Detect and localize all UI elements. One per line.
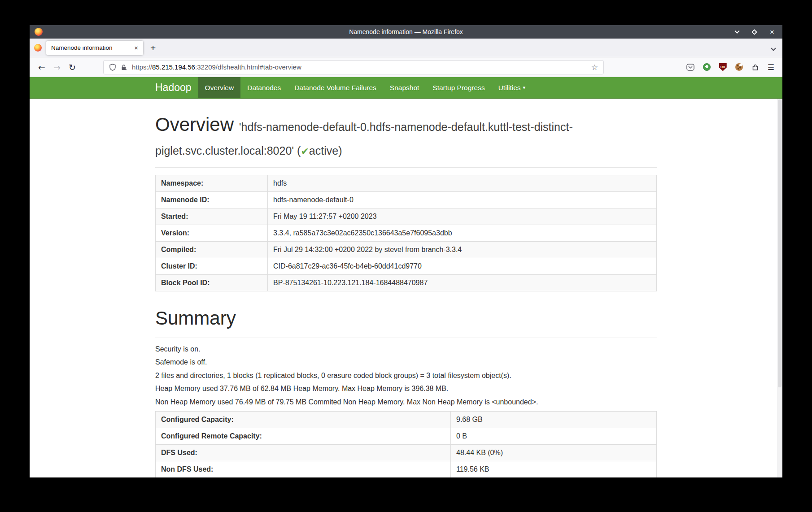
caret-down-icon: ▾ (523, 85, 526, 91)
url-bar[interactable]: https://85.215.194.56:32209/dfshealth.ht… (103, 60, 604, 74)
summary-line: Security is on. (155, 345, 657, 353)
ublock-origin-icon[interactable]: UO (719, 63, 727, 71)
divider (155, 338, 657, 338)
hadoop-navbar: Hadoop Overview Datanodes Datanode Volum… (30, 77, 782, 99)
summary-line: Safemode is off. (155, 358, 657, 366)
browser-toolbar: ← → ↻ https://85.215.194.56:32209/dfshea… (30, 57, 782, 77)
privacy-badger-icon[interactable] (703, 63, 711, 71)
maximize-icon (751, 29, 757, 35)
hamburger-menu-icon[interactable]: ☰ (768, 63, 774, 72)
divider (155, 167, 657, 168)
url-text: https://85.215.194.56:32209/dfshealth.ht… (132, 63, 301, 71)
cookie-extension-icon[interactable] (735, 63, 743, 71)
summary-heading: Summary (155, 307, 657, 330)
table-row: Namespace:hdfs (156, 175, 657, 192)
forward-button[interactable]: → (49, 62, 65, 72)
url-rest: :32209/dfshealth.html#tab-overview (195, 63, 301, 71)
window-title: Namenode information — Mozilla Firefox (30, 28, 782, 35)
hadoop-brand[interactable]: Hadoop (148, 77, 198, 98)
overview-heading: Overview 'hdfs-namenode-default-0.hdfs-n… (155, 113, 657, 160)
pocket-icon[interactable] (686, 64, 694, 71)
maximize-button[interactable] (752, 28, 756, 36)
table-row: Non DFS Used:119.56 KB (156, 461, 657, 478)
nav-tab-datanode-volume-failures[interactable]: Datanode Volume Failures (288, 77, 383, 98)
table-row: Compiled:Fri Jul 29 14:32:00 +0200 2022 … (156, 242, 657, 258)
active-check-icon: ✔ (301, 146, 309, 157)
lock-warning-icon[interactable] (120, 64, 127, 71)
table-row: DFS Used:48.44 KB (0%) (156, 445, 657, 461)
firefox-view-icon[interactable] (34, 44, 42, 52)
nav-tab-snapshot[interactable]: Snapshot (383, 77, 426, 98)
chevron-down-icon (771, 46, 776, 51)
table-row: Namenode ID:hdfs-namenode-default-0 (156, 192, 657, 208)
list-all-tabs-button[interactable] (772, 44, 775, 52)
nav-tab-startup-progress[interactable]: Startup Progress (426, 77, 491, 98)
nav-tab-overview[interactable]: Overview (198, 77, 241, 98)
url-host: 85.215.194.56 (152, 63, 195, 71)
new-tab-button[interactable]: + (150, 43, 156, 53)
tab-close-icon[interactable]: × (134, 44, 138, 51)
tracking-shield-icon[interactable] (109, 64, 116, 71)
summary-line: 2 files and directories, 1 blocks (1 rep… (155, 372, 657, 380)
reload-button[interactable]: ↻ (65, 62, 80, 72)
nav-tab-datanodes[interactable]: Datanodes (240, 77, 288, 98)
table-row: Block Pool ID:BP-875134261-10.223.121.18… (156, 275, 657, 291)
window-titlebar: Namenode information — Mozilla Firefox × (30, 25, 782, 39)
capacity-table: Configured Capacity:9.68 GB Configured R… (155, 411, 657, 477)
summary-line: Heap Memory used 37.76 MB of 62.84 MB He… (155, 385, 657, 393)
close-window-button[interactable]: × (770, 28, 774, 36)
tab-strip: Namenode information × + (30, 39, 782, 57)
minimize-icon (734, 29, 739, 34)
browser-window: Namenode information — Mozilla Firefox ×… (30, 25, 782, 477)
status-label: active (309, 144, 338, 157)
tab-title: Namenode information (51, 44, 113, 51)
table-row: Configured Capacity:9.68 GB (156, 412, 657, 428)
scrollbar-thumb[interactable] (778, 100, 781, 387)
url-scheme: https:// (132, 63, 152, 71)
page-scrollbar[interactable] (777, 99, 782, 477)
nav-dropdown-utilities[interactable]: Utilities▾ (492, 77, 532, 98)
minimize-button[interactable] (735, 28, 739, 36)
table-row: Cluster ID:CID-6a817c29-ac36-45fc-b4eb-6… (156, 258, 657, 275)
extensions-puzzle-icon[interactable] (751, 64, 759, 71)
browser-tab[interactable]: Namenode information × (46, 41, 143, 55)
table-row: Started:Fri May 19 11:27:57 +0200 2023 (156, 208, 657, 225)
namenode-info-table: Namespace:hdfs Namenode ID:hdfs-namenode… (155, 175, 657, 291)
back-button[interactable]: ← (34, 62, 49, 72)
page-content: Overview 'hdfs-namenode-default-0.hdfs-n… (30, 99, 782, 477)
bookmark-star-icon[interactable]: ☆ (591, 63, 598, 72)
table-row: Version:3.3.4, ra585a73c3e02ac62350c1366… (156, 225, 657, 242)
summary-line: Non Heap Memory used 76.49 MB of 79.75 M… (155, 398, 657, 406)
table-row: Configured Remote Capacity:0 B (156, 428, 657, 445)
